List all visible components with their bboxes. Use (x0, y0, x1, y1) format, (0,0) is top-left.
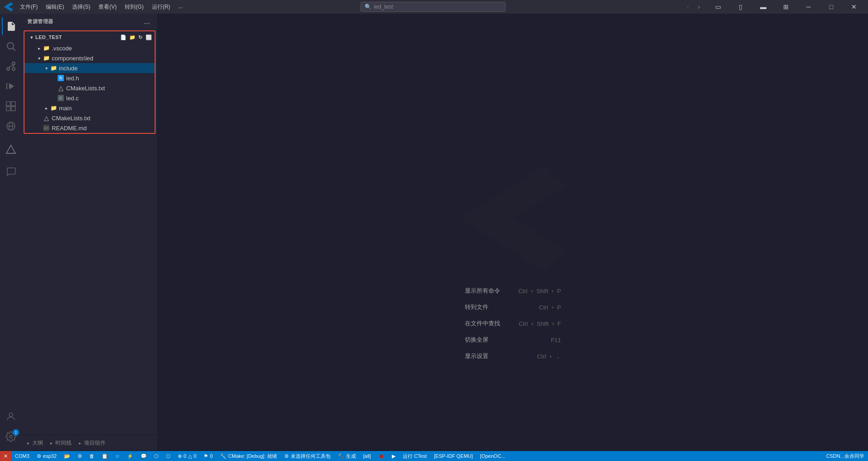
tab-timeline[interactable]: ▸ 时间线 (50, 437, 72, 449)
error-icon: ⊗ (178, 453, 182, 459)
minimize-btn[interactable]: ─ (798, 0, 819, 14)
tree-components-led[interactable]: 📁 components\led (24, 53, 155, 63)
root-label: LED_TEST (35, 34, 62, 40)
close-btn[interactable]: ✕ (844, 0, 864, 14)
statusbar-messages[interactable]: ⚑ 0 (200, 451, 216, 461)
statusbar-delete-btn[interactable]: 🗑 (86, 451, 98, 461)
tab-project[interactable]: ▸ 项目组件 (79, 437, 106, 449)
readme-label: README.md (52, 125, 87, 132)
new-folder-icon[interactable]: 📁 (128, 34, 137, 40)
menu-view[interactable]: 查看(V) (95, 2, 120, 12)
search-box[interactable]: 🔍 led_test (361, 2, 506, 12)
statusbar-errors[interactable]: ⊗ 0 △ 0 (174, 451, 200, 461)
layout-btn-2[interactable]: ▯ (730, 0, 751, 14)
error-count: 0 (184, 453, 186, 459)
editor-area: 显示所有命令 Ctrl + Shift + P 转到文件 Ctrl + P 在文 (158, 14, 868, 451)
statusbar-clipboard-btn[interactable]: 📋 (98, 451, 112, 461)
statusbar-esp-idf[interactable]: [ESP-IDF QEMU] (430, 451, 477, 461)
activity-run-debug[interactable] (2, 77, 20, 95)
statusbar-csdn[interactable]: CSDN...余赤同学 (823, 451, 868, 461)
key-shift-3: Shift (536, 320, 548, 327)
cmake-icon: 🔧 (220, 453, 226, 459)
activity-source-control[interactable] (2, 57, 20, 75)
app-logo (4, 2, 14, 12)
svg-rect-9 (6, 102, 10, 106)
x-icon: ✕ (4, 453, 8, 459)
new-file-icon[interactable]: 📄 (119, 34, 127, 40)
statusbar-com3[interactable]: COM3 (11, 451, 33, 461)
welcome-shortcuts: 显示所有命令 Ctrl + Shift + P 转到文件 Ctrl + P 在文 (465, 287, 561, 360)
statusbar-folder-btn[interactable]: 📂 (60, 451, 74, 461)
tree-include[interactable]: 📁 include (24, 63, 155, 73)
maximize-btn[interactable]: □ (821, 0, 842, 14)
tree-vscode[interactable]: 📁 .vscode (24, 43, 155, 53)
activity-settings[interactable]: 1 (2, 427, 20, 446)
tree-readme[interactable]: MD README.md (24, 123, 155, 133)
refresh-icon[interactable]: ↻ (137, 34, 143, 40)
statusbar-build[interactable]: 🔨 生成 (334, 451, 360, 461)
menu-file[interactable]: 文件(F) (16, 2, 41, 12)
folder-icon: 📂 (64, 453, 70, 459)
activity-chat[interactable] (2, 162, 20, 181)
statusbar-openocd[interactable]: [OpenOC... (477, 451, 509, 461)
tab-outline[interactable]: ▸ 大纲 (27, 437, 43, 449)
tree-cmake-in-include[interactable]: △ CMakeLists.txt (24, 83, 155, 93)
tree-root[interactable]: LED_TEST 📄 📁 ↻ ⬜ (24, 31, 155, 43)
csdn-label: CSDN...余赤同学 (826, 453, 864, 460)
shortcut-fullscreen-label: 切换全屏 (465, 336, 488, 344)
sidebar-bottom: ▸ 大纲 ▸ 时间线 ▸ 项目组件 (22, 435, 157, 451)
activity-explorer[interactable] (2, 17, 20, 35)
menu-run[interactable]: 运行(R) (148, 2, 174, 12)
tree-led-h[interactable]: h led.h (24, 73, 155, 83)
layout-btn-1[interactable]: ▭ (707, 0, 728, 14)
back-arrow[interactable]: ‹ (683, 2, 693, 12)
include-folder-icon: 📁 (50, 64, 57, 72)
statusbar-idf2-btn[interactable]: ⬡ (162, 451, 174, 461)
activity-extensions[interactable] (2, 97, 20, 115)
statusbar-cmake[interactable]: 🔧 CMake: [Debug]: 就绪 (216, 451, 281, 461)
statusbar-flash-btn[interactable]: ⚡ (123, 451, 137, 461)
statusbar-x-icon[interactable]: ✕ (0, 451, 11, 461)
activity-accounts[interactable] (2, 407, 20, 426)
menu-select[interactable]: 选择(S) (68, 2, 94, 12)
statusbar-debug-btn[interactable]: 🐞 (375, 451, 388, 461)
collapse-icon[interactable]: ⬜ (145, 34, 153, 40)
cmake-root-label: CMakeLists.txt (52, 115, 90, 122)
statusbar-monitor-btn[interactable]: 💬 (137, 451, 151, 461)
statusbar-settings-btn[interactable]: ⚙ (74, 451, 86, 461)
tree-cmake-root[interactable]: △ CMakeLists.txt (24, 113, 155, 123)
svg-rect-10 (11, 102, 15, 106)
tree-main[interactable]: 📁 main (24, 103, 155, 113)
shortcut-show-settings-keys: Ctrl + ， (537, 352, 561, 360)
svg-line-5 (8, 65, 14, 68)
components-led-chevron (35, 54, 43, 62)
statusbar-run-btn[interactable]: ▶ (388, 451, 399, 461)
com3-label: COM3 (15, 453, 29, 459)
statusbar-star-btn[interactable]: ☆ (112, 451, 123, 461)
layout-btn-4[interactable]: ⊞ (775, 0, 796, 14)
statusbar-toolkit[interactable]: ⚙ 未选择任何工具包 (281, 451, 334, 461)
message-count: 0 (210, 453, 213, 459)
menu-goto[interactable]: 转到(G) (121, 2, 147, 12)
statusbar-all[interactable]: [all] (360, 451, 375, 461)
statusbar-idf1-btn[interactable]: ⬡ (151, 451, 162, 461)
activity-cmake[interactable] (2, 141, 20, 159)
forward-arrow[interactable]: › (694, 2, 704, 12)
esp32-chip-icon: ⚙ (37, 453, 41, 459)
menu-more[interactable]: ... (175, 2, 186, 12)
statusbar-ctest[interactable]: 运行 CTest (399, 451, 430, 461)
activity-bar: 1 (0, 14, 22, 451)
activity-remote[interactable] (2, 117, 20, 135)
menu-edit[interactable]: 编辑(E) (42, 2, 68, 12)
activity-search[interactable] (2, 37, 20, 55)
sidebar-more-btn[interactable]: ... (142, 17, 152, 27)
readme-icon: MD (43, 124, 50, 132)
idf1-icon: ⬡ (154, 453, 159, 459)
key-f11: F11 (551, 337, 561, 343)
key-f: F (557, 320, 561, 327)
layout-btn-3[interactable]: ▬ (753, 0, 774, 14)
statusbar-esp32[interactable]: ⚙ esp32 (33, 451, 60, 461)
main-content: 1 资源管理器 ... LED_TEST 📄 📁 ↻ (0, 14, 868, 451)
tree-led-c[interactable]: C led.c (24, 93, 155, 103)
svg-point-3 (12, 62, 15, 65)
